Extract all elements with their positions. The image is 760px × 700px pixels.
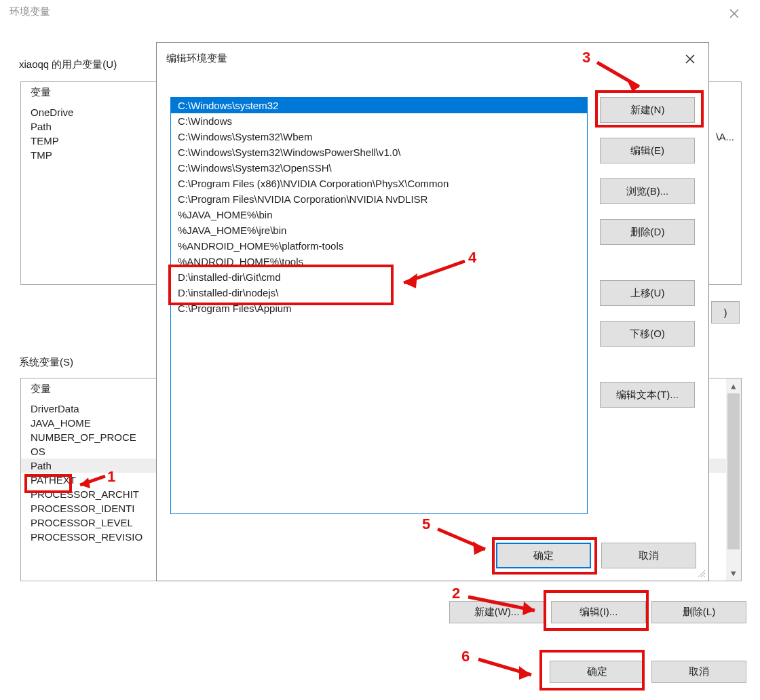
close-button[interactable] xyxy=(721,4,748,23)
list-item[interactable]: %JAVA_HOME%\jre\bin xyxy=(171,222,587,238)
scroll-thumb[interactable] xyxy=(727,393,740,549)
partial-button[interactable]: ) xyxy=(711,301,740,324)
list-item[interactable]: C:\Windows\System32\Wbem xyxy=(171,129,587,144)
annotation-number: 2 xyxy=(452,585,460,602)
ok-button-outer[interactable]: 确定 xyxy=(550,661,645,683)
scroll-down-icon[interactable]: ▾ xyxy=(726,566,741,581)
list-item[interactable]: %JAVA_HOME%\bin xyxy=(171,207,587,222)
annotation-number: 6 xyxy=(461,648,470,665)
edit-env-var-dialog: 编辑环境变量 C:\Windows\system32 C:\Windows C:… xyxy=(156,42,709,581)
close-icon xyxy=(685,54,695,64)
list-item[interactable]: C:\Program Files (x86)\NVIDIA Corporatio… xyxy=(171,176,587,191)
list-item[interactable]: C:\Windows xyxy=(171,113,587,129)
list-item[interactable]: C:\Windows\System32\WindowsPowerShell\v1… xyxy=(171,144,587,160)
svg-line-6 xyxy=(704,576,705,577)
edit-text-button[interactable]: 编辑文本(T)... xyxy=(600,382,695,408)
dialog-ok-button[interactable]: 确定 xyxy=(496,543,591,568)
svg-line-17 xyxy=(478,659,531,675)
move-down-button[interactable]: 下移(O) xyxy=(600,321,695,347)
user-value-fragment: \A... xyxy=(716,131,734,142)
list-item[interactable]: C:\Program Files\NVIDIA Corporation\NVID… xyxy=(171,191,587,207)
delete-entry-button[interactable]: 删除(D) xyxy=(600,219,695,245)
annotation-arrow-icon xyxy=(472,651,543,685)
resize-grip-icon[interactable] xyxy=(696,568,706,578)
list-item[interactable]: C:\Windows\System32\OpenSSH\ xyxy=(171,160,587,176)
dialog-close-button[interactable] xyxy=(679,50,702,69)
system-vars-label: 系统变量(S) xyxy=(19,356,73,369)
scrollbar[interactable]: ▴ ▾ xyxy=(726,378,741,581)
list-item[interactable]: D:\installed-dir\Git\cmd xyxy=(171,269,587,285)
cancel-button-outer[interactable]: 取消 xyxy=(651,661,746,683)
new-system-var-button[interactable]: 新建(W)... xyxy=(449,601,544,623)
scroll-up-icon[interactable]: ▴ xyxy=(726,378,741,393)
list-item[interactable]: C:\Windows\system32 xyxy=(171,98,587,113)
list-item[interactable]: %ANDROID_HOME%\platform-tools xyxy=(171,238,587,254)
edit-system-var-button[interactable]: 编辑(I)... xyxy=(551,601,646,623)
browse-entry-button[interactable]: 浏览(B)... xyxy=(600,178,695,204)
edit-entry-button[interactable]: 编辑(E) xyxy=(600,138,695,163)
path-entries-listbox[interactable]: C:\Windows\system32 C:\Windows C:\Window… xyxy=(170,97,588,514)
dialog-title: 编辑环境变量 xyxy=(166,52,227,65)
window-title: 环境变量 xyxy=(10,5,50,18)
close-icon xyxy=(729,9,739,18)
list-item[interactable]: D:\installed-dir\nodejs\ xyxy=(171,285,587,300)
list-item[interactable]: C:\Program Files\Appium xyxy=(171,300,587,316)
user-vars-label: xiaoqq 的用户变量(U) xyxy=(19,58,117,71)
list-item[interactable]: %ANDROID_HOME%\tools xyxy=(171,254,587,269)
dialog-cancel-button[interactable]: 取消 xyxy=(601,543,696,568)
svg-marker-18 xyxy=(519,666,531,680)
new-entry-button[interactable]: 新建(N) xyxy=(600,97,695,123)
delete-system-var-button[interactable]: 删除(L) xyxy=(651,601,746,623)
move-up-button[interactable]: 上移(U) xyxy=(600,280,695,306)
